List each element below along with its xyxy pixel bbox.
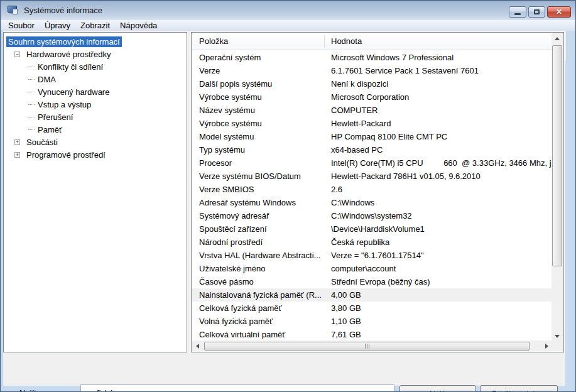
row-item-cell: Spouštěcí zařízení <box>192 224 325 234</box>
table-row[interactable]: Uživatelské jménocomputer\account <box>192 262 552 275</box>
scroll-left-button[interactable] <box>192 340 203 351</box>
menu-item-0[interactable]: Soubor <box>3 20 40 31</box>
arrow-down-icon <box>555 335 560 338</box>
row-value-cell: C:\Windows <box>325 198 374 207</box>
table-row[interactable]: Výrobce systémuMicrosoft Corporation <box>192 90 552 104</box>
tree-item-8[interactable]: +Součásti <box>4 136 187 148</box>
minimize-button[interactable] <box>509 6 526 18</box>
row-item-cell: Procesor <box>192 158 325 168</box>
horizontal-scroll-thumb[interactable] <box>204 342 530 351</box>
row-value-cell: x64-based PC <box>325 145 383 155</box>
row-value-cell: COMPUTER <box>325 106 378 115</box>
details-table: Položka Hodnota Operační systémMicrosoft… <box>191 32 564 352</box>
row-item-cell: Vrstva HAL (Hardware Abstracti... <box>192 251 325 260</box>
row-value-cell: Není k dispozici <box>325 79 388 89</box>
tree-item-1[interactable]: −Hardwarové prostředky <box>4 48 187 60</box>
scroll-right-button[interactable] <box>541 340 552 351</box>
scroll-up-button[interactable] <box>552 33 563 44</box>
table-row[interactable]: Nainstalovaná fyzická paměť (R...4,00 GB <box>192 288 552 302</box>
table-row[interactable]: Verze6.1.7601 Service Pack 1 Sestavení 7… <box>192 64 552 77</box>
title-bar[interactable]: Systémové informace ✕ <box>1 1 575 20</box>
row-item-cell: Nainstalovaná fyzická paměť (R... <box>192 290 325 300</box>
arrow-up-icon <box>555 37 560 40</box>
thumb-grip-icon <box>367 344 367 349</box>
row-item-cell: Verze <box>192 66 325 75</box>
tree-item-2[interactable]: Konflikty či sdílení <box>4 60 187 73</box>
window-title: Systémové informace <box>24 6 102 15</box>
vertical-scrollbar[interactable] <box>552 33 563 342</box>
tree-item-5[interactable]: Vstup a výstup <box>4 98 187 111</box>
table-row[interactable]: ProcesorIntel(R) Core(TM) i5 CPU 660 @ 3… <box>192 156 552 170</box>
tree-item-9[interactable]: +Programové prostředí <box>4 148 187 161</box>
tree-item-label: Souhrn systémových informací <box>6 36 122 47</box>
menu-item-3[interactable]: Nápověda <box>115 20 162 31</box>
table-row[interactable]: Verze systému BIOS/DatumHewlett-Packard … <box>192 170 552 183</box>
row-value-cell: 6.1.7601 Service Pack 1 Sestavení 7601 <box>325 66 479 75</box>
find-input[interactable] <box>80 384 394 392</box>
vertical-scroll-thumb[interactable] <box>552 45 562 266</box>
scrollbar-corner <box>552 340 563 351</box>
row-value-cell: \Device\HarddiskVolume1 <box>325 224 425 234</box>
table-row[interactable]: Model systémuHP Compaq 8100 Elite CMT PC <box>192 130 552 143</box>
row-value-cell: 1,10 GB <box>325 317 361 326</box>
expand-icon[interactable]: + <box>14 152 20 158</box>
column-header-item[interactable]: Položka <box>192 35 325 48</box>
table-row[interactable]: Název systémuCOMPUTER <box>192 104 552 117</box>
close-button[interactable]: ✕ <box>547 6 571 18</box>
tree-item-7[interactable]: Paměť <box>4 123 187 136</box>
maximize-icon <box>534 9 540 14</box>
maximize-button[interactable] <box>528 6 545 18</box>
table-row[interactable]: Další popis systémuNení k dispozici <box>192 77 552 90</box>
row-item-cell: Model systému <box>192 132 325 141</box>
row-value-cell: 2.6 <box>325 185 342 194</box>
table-header[interactable]: Položka Hodnota <box>192 33 552 50</box>
table-row[interactable]: Vrstva HAL (Hardware Abstracti...Verze =… <box>192 249 552 262</box>
table-row[interactable]: Adresář systému WindowsC:\Windows <box>192 196 552 209</box>
row-value-cell: Verze = "6.1.7601.17514" <box>325 251 424 260</box>
close-icon: ✕ <box>556 8 562 16</box>
menu-item-2[interactable]: Zobrazit <box>75 20 115 31</box>
table-row[interactable]: Typ systémux64-based PC <box>192 143 552 156</box>
close-pane-button[interactable]: Zavřít podokno <box>480 385 558 392</box>
tree-item-label: DMA <box>26 74 58 85</box>
table-row[interactable]: Celková virtuální paměť7,61 GB <box>192 328 552 341</box>
tree-item-0[interactable]: Souhrn systémových informací <box>4 35 187 48</box>
row-value-cell: 4,00 GB <box>325 290 361 300</box>
row-item-cell: Systémový adresář <box>192 211 325 220</box>
table-row[interactable]: Volná fyzická paměť1,10 GB <box>192 315 552 328</box>
horizontal-scrollbar[interactable] <box>192 340 552 351</box>
table-row[interactable]: Výrobce systémuHewlett-Packard <box>192 117 552 130</box>
row-item-cell: Výrobce systému <box>192 119 325 128</box>
system-info-app-icon <box>8 6 19 15</box>
tree-item-4[interactable]: Vynucený hardware <box>4 85 187 98</box>
row-value-cell: C:\Windows\system32 <box>325 211 412 220</box>
row-value-cell: Hewlett-Packard 786H1 v01.05, 9.6.2010 <box>325 172 481 181</box>
table-row[interactable]: Operační systémMicrosoft Windows 7 Profe… <box>192 51 552 64</box>
find-button[interactable]: Najít <box>399 385 476 392</box>
tree-item-label: Paměť <box>26 124 64 135</box>
row-value-cell: Microsoft Windows 7 Professional <box>325 53 454 62</box>
row-item-cell: Adresář systému Windows <box>192 198 325 207</box>
table-row[interactable]: Národní prostředíČeská republika <box>192 236 552 249</box>
table-row[interactable]: Systémový adresářC:\Windows\system32 <box>192 209 552 222</box>
row-value-cell: Microsoft Corporation <box>325 92 409 102</box>
table-row[interactable]: Verze SMBIOS2.6 <box>192 183 552 196</box>
category-tree: Souhrn systémových informací−Hardwarové … <box>3 32 187 352</box>
table-row[interactable]: Spouštěcí zařízení\Device\HarddiskVolume… <box>192 222 552 236</box>
expand-icon[interactable]: + <box>14 139 20 145</box>
collapse-icon[interactable]: − <box>14 52 20 57</box>
tree-item-label: Přerušení <box>26 112 75 122</box>
menu-item-1[interactable]: Úpravy <box>40 20 75 31</box>
column-header-value[interactable]: Hodnota <box>325 35 362 48</box>
system-information-window: Systémové informace ✕ SouborÚpravyZobraz… <box>0 0 576 392</box>
table-row[interactable]: Časové pásmoStřední Evropa (běžný čas) <box>192 275 552 288</box>
row-value-cell: 3,80 GB <box>325 303 361 313</box>
arrow-left-icon <box>196 344 199 349</box>
tree-item-label: Vstup a výstup <box>26 99 93 110</box>
table-row[interactable]: Celková fyzická paměť3,80 GB <box>192 302 552 315</box>
row-item-cell: Volná fyzická paměť <box>192 317 325 326</box>
tree-item-label: Součásti <box>24 137 60 148</box>
tree-item-label: Konflikty či sdílení <box>26 62 105 72</box>
tree-item-3[interactable]: DMA <box>4 73 187 85</box>
tree-item-6[interactable]: Přerušení <box>4 111 187 123</box>
